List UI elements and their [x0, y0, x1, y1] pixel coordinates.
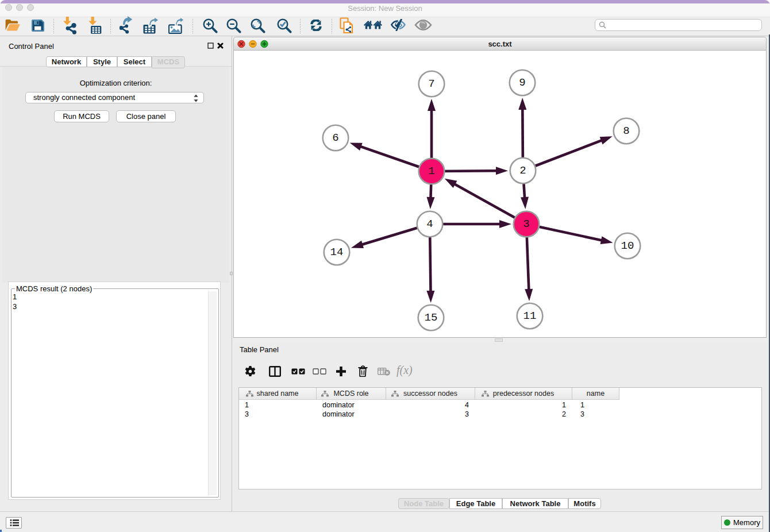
svg-text:4: 4: [426, 218, 433, 230]
svg-text:1: 1: [428, 165, 434, 178]
svg-text:2: 2: [519, 164, 526, 177]
svg-text:14: 14: [330, 246, 344, 259]
svg-text:10: 10: [621, 240, 634, 252]
svg-text:7: 7: [428, 78, 434, 90]
svg-text:6: 6: [332, 132, 338, 144]
svg-text:3: 3: [523, 218, 529, 230]
svg-text:15: 15: [425, 311, 438, 324]
svg-text:8: 8: [623, 125, 629, 137]
svg-text:11: 11: [523, 310, 537, 322]
svg-text:9: 9: [519, 76, 525, 89]
